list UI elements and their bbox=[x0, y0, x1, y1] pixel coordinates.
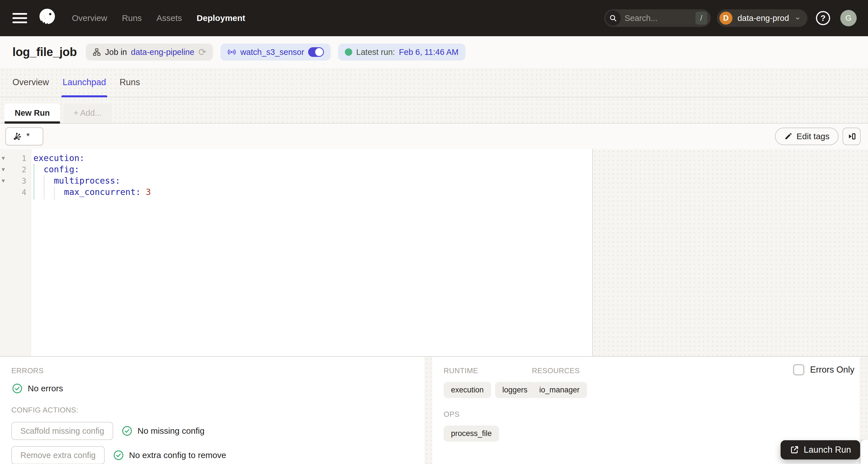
edit-tags-button[interactable]: Edit tags bbox=[775, 128, 839, 145]
dagster-logo-icon[interactable] bbox=[37, 7, 58, 29]
no-extra-config-row: No extra config to remove bbox=[113, 449, 226, 461]
no-errors-text: No errors bbox=[28, 384, 63, 393]
config-actions-heading: CONFIG ACTIONS: bbox=[11, 406, 424, 414]
no-missing-config-text: No missing config bbox=[137, 426, 205, 436]
config-tag-loggers[interactable]: loggers bbox=[495, 382, 535, 398]
ops-heading: OPS bbox=[444, 410, 860, 419]
no-errors-row: No errors bbox=[11, 382, 424, 394]
config-tag-process-file[interactable]: process_file bbox=[444, 426, 499, 442]
check-circle-icon bbox=[11, 382, 23, 394]
config-tag-execution[interactable]: execution bbox=[444, 382, 491, 398]
fold-arrow-icon[interactable]: ▾ bbox=[2, 166, 5, 173]
latest-run-pill: Latest run: Feb 6, 11:46 AM bbox=[338, 43, 465, 61]
code-line: multiprocess: bbox=[33, 175, 592, 186]
job-location-pill: Job in data-eng-pipeline ⟳ bbox=[86, 43, 213, 61]
tab-new-run[interactable]: New Run bbox=[4, 103, 60, 123]
tab-overview[interactable]: Overview bbox=[12, 68, 49, 97]
check-circle-icon bbox=[121, 425, 133, 437]
code-line: config: bbox=[33, 164, 592, 175]
check-circle-icon bbox=[113, 449, 124, 461]
repo-link[interactable]: data-eng-pipeline bbox=[131, 48, 194, 57]
errors-heading: ERRORS bbox=[11, 366, 424, 375]
code-line: execution: bbox=[33, 153, 592, 164]
remove-extra-config-button[interactable]: Remove extra config bbox=[11, 446, 105, 464]
nav-deployment[interactable]: Deployment bbox=[197, 13, 245, 23]
bottom-panels: ERRORS No errors CONFIG ACTIONS: Scaffol… bbox=[0, 357, 868, 464]
resources-heading: RESOURCES bbox=[532, 366, 587, 375]
errors-panel: ERRORS No errors CONFIG ACTIONS: Scaffol… bbox=[0, 357, 424, 464]
line-number: 1 bbox=[22, 154, 26, 163]
top-nav: Overview Runs Assets Deployment / D data… bbox=[0, 0, 868, 36]
fold-arrow-icon[interactable]: ▾ bbox=[2, 154, 5, 162]
offscreen-floating-element bbox=[861, 440, 868, 464]
code-area[interactable]: execution: config: multiprocess: max_con… bbox=[31, 149, 592, 356]
deployment-switcher[interactable]: D data-eng-prod ⌄ bbox=[717, 9, 807, 27]
config-schema-panel bbox=[593, 149, 868, 356]
no-missing-config-row: No missing config bbox=[121, 425, 205, 437]
job-header: log_file_job Job in data-eng-pipeline ⟳ … bbox=[0, 36, 868, 68]
help-icon[interactable]: ? bbox=[816, 11, 830, 25]
deployment-avatar: D bbox=[719, 11, 733, 25]
yaml-editor[interactable]: ▾ 1 ▾ 2 ▾ 3 4 execution: bbox=[0, 149, 593, 356]
op-selection-input[interactable]: * bbox=[5, 127, 43, 146]
tab-launchpad[interactable]: Launchpad bbox=[63, 68, 106, 97]
config-editor-split: ▾ 1 ▾ 2 ▾ 3 4 execution: bbox=[0, 149, 868, 357]
launch-run-button[interactable]: Launch Run bbox=[781, 440, 860, 460]
dagster-launchpad-page: Overview Runs Assets Deployment / D data… bbox=[0, 0, 868, 464]
pencil-icon bbox=[784, 132, 793, 141]
deployment-name: data-eng-prod bbox=[738, 13, 789, 23]
sensor-pill: watch_s3_sensor bbox=[220, 43, 331, 61]
latest-run-label: Latest run: bbox=[356, 48, 395, 57]
launchpad-toolbar: * Edit tags bbox=[0, 124, 868, 149]
tab-runs[interactable]: Runs bbox=[120, 68, 140, 97]
job-in-label: Job in bbox=[105, 48, 127, 57]
job-icon bbox=[93, 48, 101, 56]
expand-panel-button[interactable] bbox=[842, 128, 861, 145]
op-selector-value: * bbox=[26, 131, 30, 142]
run-status-dot bbox=[345, 49, 352, 56]
line-number: 4 bbox=[22, 188, 26, 197]
runtime-heading: RUNTIME bbox=[444, 366, 532, 375]
no-extra-config-text: No extra config to remove bbox=[129, 451, 226, 460]
launch-run-label: Launch Run bbox=[804, 445, 851, 455]
config-tag-io-manager[interactable]: io_manager bbox=[532, 382, 587, 398]
line-number: 3 bbox=[22, 177, 26, 185]
menu-icon[interactable] bbox=[12, 13, 27, 23]
errors-only-label: Errors Only bbox=[810, 365, 855, 375]
nav-assets[interactable]: Assets bbox=[156, 13, 182, 23]
errors-only-control: Errors Only bbox=[793, 364, 855, 375]
fold-arrow-icon[interactable]: ▾ bbox=[2, 177, 5, 184]
run-config-tabs: New Run + Add... bbox=[0, 97, 868, 124]
search-icon bbox=[606, 10, 621, 26]
add-config-tab-button[interactable]: + Add... bbox=[63, 103, 112, 123]
nav-items: Overview Runs Assets Deployment bbox=[72, 13, 245, 23]
editor-gutter: ▾ 1 ▾ 2 ▾ 3 4 bbox=[0, 149, 31, 356]
sensor-toggle[interactable] bbox=[308, 47, 324, 57]
code-line: max_concurrent: 3 bbox=[33, 186, 592, 198]
sensor-link[interactable]: watch_s3_sensor bbox=[240, 48, 304, 57]
search-box[interactable]: / bbox=[604, 9, 711, 27]
errors-only-checkbox[interactable] bbox=[793, 364, 804, 375]
latest-run-link[interactable]: Feb 6, 11:46 AM bbox=[399, 48, 459, 57]
open-right-panel-icon bbox=[847, 132, 856, 141]
page-tabs: Overview Launchpad Runs bbox=[0, 68, 868, 97]
sensor-icon bbox=[227, 48, 236, 57]
line-number: 2 bbox=[22, 165, 26, 174]
search-shortcut-badge: / bbox=[695, 11, 707, 25]
user-avatar[interactable]: G bbox=[840, 10, 857, 26]
page-title: log_file_job bbox=[12, 45, 77, 59]
nav-runs[interactable]: Runs bbox=[122, 13, 142, 23]
op-selector-icon bbox=[13, 132, 22, 141]
search-input[interactable] bbox=[621, 13, 695, 23]
reload-icon[interactable]: ⟳ bbox=[198, 47, 207, 57]
launch-icon bbox=[789, 445, 799, 455]
scaffold-missing-config-button[interactable]: Scaffold missing config bbox=[11, 422, 113, 440]
edit-tags-label: Edit tags bbox=[797, 131, 830, 141]
nav-overview[interactable]: Overview bbox=[72, 13, 107, 23]
